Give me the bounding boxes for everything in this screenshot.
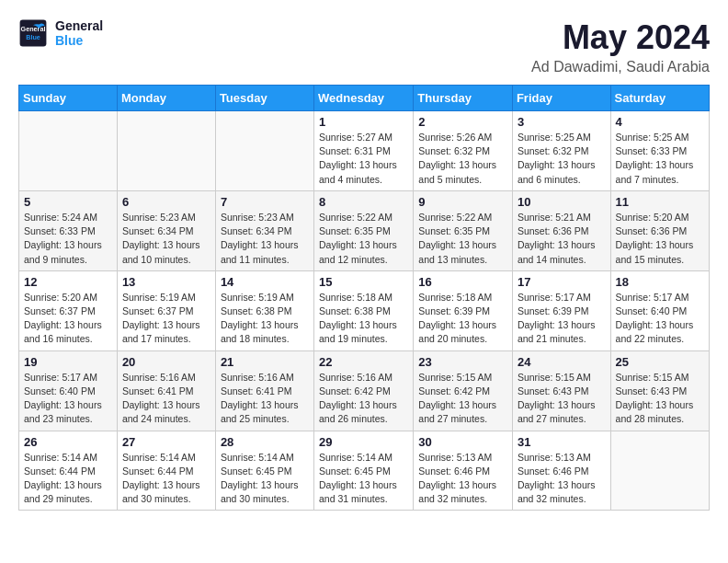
month-title: May 2024 [531,18,710,57]
day-info: Sunrise: 5:16 AMSunset: 6:41 PMDaylight:… [122,371,210,427]
day-cell: 9Sunrise: 5:22 AMSunset: 6:35 PMDaylight… [414,190,513,270]
day-cell [19,111,118,191]
day-info: Sunrise: 5:15 AMSunset: 6:42 PMDaylight:… [418,371,507,427]
day-info: Sunrise: 5:23 AMSunset: 6:34 PMDaylight:… [221,211,309,267]
day-cell: 23Sunrise: 5:15 AMSunset: 6:42 PMDayligh… [414,350,513,431]
day-number: 24 [518,355,606,369]
day-number: 6 [122,195,210,209]
day-cell: 28Sunrise: 5:14 AMSunset: 6:45 PMDayligh… [215,431,313,511]
day-cell: 22Sunrise: 5:16 AMSunset: 6:42 PMDayligh… [314,350,414,431]
day-cell: 19Sunrise: 5:17 AMSunset: 6:40 PMDayligh… [19,350,118,431]
day-cell: 2Sunrise: 5:26 AMSunset: 6:32 PMDaylight… [414,111,513,191]
day-info: Sunrise: 5:18 AMSunset: 6:38 PMDaylight:… [319,291,408,347]
day-info: Sunrise: 5:13 AMSunset: 6:46 PMDaylight:… [518,451,606,507]
day-info: Sunrise: 5:19 AMSunset: 6:37 PMDaylight:… [122,291,210,347]
day-info: Sunrise: 5:15 AMSunset: 6:43 PMDaylight:… [616,371,704,427]
day-info: Sunrise: 5:22 AMSunset: 6:35 PMDaylight:… [319,211,408,267]
day-info: Sunrise: 5:25 AMSunset: 6:33 PMDaylight:… [616,131,704,187]
day-number: 30 [418,435,507,449]
week-row-5: 26Sunrise: 5:14 AMSunset: 6:44 PMDayligh… [19,431,710,511]
day-number: 20 [122,355,210,369]
day-info: Sunrise: 5:20 AMSunset: 6:36 PMDaylight:… [616,211,704,267]
day-number: 13 [122,275,210,289]
day-cell: 16Sunrise: 5:18 AMSunset: 6:39 PMDayligh… [414,270,513,350]
day-info: Sunrise: 5:24 AMSunset: 6:33 PMDaylight:… [24,211,112,267]
weekday-header-monday: Monday [117,86,215,111]
day-info: Sunrise: 5:21 AMSunset: 6:36 PMDaylight:… [518,211,606,267]
day-number: 25 [616,355,704,369]
day-number: 3 [518,115,606,129]
day-cell: 10Sunrise: 5:21 AMSunset: 6:36 PMDayligh… [512,190,610,270]
day-cell: 4Sunrise: 5:25 AMSunset: 6:33 PMDaylight… [610,111,709,191]
day-info: Sunrise: 5:14 AMSunset: 6:44 PMDaylight:… [24,451,112,507]
day-number: 21 [221,355,309,369]
weekday-header-friday: Friday [512,86,610,111]
day-cell: 15Sunrise: 5:18 AMSunset: 6:38 PMDayligh… [314,270,414,350]
day-number: 16 [418,275,507,289]
day-cell: 17Sunrise: 5:17 AMSunset: 6:39 PMDayligh… [512,270,610,350]
day-number: 18 [616,275,704,289]
day-cell [610,431,709,511]
day-cell: 30Sunrise: 5:13 AMSunset: 6:46 PMDayligh… [414,431,513,511]
day-info: Sunrise: 5:17 AMSunset: 6:40 PMDaylight:… [616,291,704,347]
day-info: Sunrise: 5:27 AMSunset: 6:31 PMDaylight:… [319,131,408,187]
day-info: Sunrise: 5:23 AMSunset: 6:34 PMDaylight:… [122,211,210,267]
day-cell: 3Sunrise: 5:25 AMSunset: 6:32 PMDaylight… [512,111,610,191]
day-number: 26 [24,435,112,449]
day-number: 4 [616,115,704,129]
logo-text: GeneralBlue [55,18,103,48]
week-row-1: 1Sunrise: 5:27 AMSunset: 6:31 PMDaylight… [19,111,710,191]
page-header: General Blue GeneralBlue May 2024 Ad Daw… [18,18,710,75]
day-cell: 31Sunrise: 5:13 AMSunset: 6:46 PMDayligh… [512,431,610,511]
day-number: 15 [319,275,408,289]
day-info: Sunrise: 5:14 AMSunset: 6:45 PMDaylight:… [221,451,309,507]
day-cell: 24Sunrise: 5:15 AMSunset: 6:43 PMDayligh… [512,350,610,431]
day-cell: 11Sunrise: 5:20 AMSunset: 6:36 PMDayligh… [610,190,709,270]
day-cell: 1Sunrise: 5:27 AMSunset: 6:31 PMDaylight… [314,111,414,191]
day-cell: 7Sunrise: 5:23 AMSunset: 6:34 PMDaylight… [215,190,313,270]
day-cell: 13Sunrise: 5:19 AMSunset: 6:37 PMDayligh… [117,270,215,350]
day-cell: 12Sunrise: 5:20 AMSunset: 6:37 PMDayligh… [19,270,118,350]
logo: General Blue GeneralBlue [18,18,103,48]
day-number: 9 [418,195,507,209]
day-info: Sunrise: 5:17 AMSunset: 6:39 PMDaylight:… [518,291,606,347]
day-number: 5 [24,195,112,209]
day-info: Sunrise: 5:20 AMSunset: 6:37 PMDaylight:… [24,291,112,347]
day-cell: 18Sunrise: 5:17 AMSunset: 6:40 PMDayligh… [610,270,709,350]
day-info: Sunrise: 5:13 AMSunset: 6:46 PMDaylight:… [418,451,507,507]
day-number: 10 [518,195,606,209]
title-block: May 2024 Ad Dawadimi, Saudi Arabia [531,18,710,75]
day-info: Sunrise: 5:16 AMSunset: 6:41 PMDaylight:… [221,371,309,427]
day-number: 31 [518,435,606,449]
logo-icon: General Blue [18,18,48,48]
day-cell [215,111,313,191]
day-info: Sunrise: 5:16 AMSunset: 6:42 PMDaylight:… [319,371,408,427]
day-number: 11 [616,195,704,209]
day-cell: 14Sunrise: 5:19 AMSunset: 6:38 PMDayligh… [215,270,313,350]
day-info: Sunrise: 5:22 AMSunset: 6:35 PMDaylight:… [418,211,507,267]
day-cell [117,111,215,191]
day-cell: 21Sunrise: 5:16 AMSunset: 6:41 PMDayligh… [215,350,313,431]
day-number: 12 [24,275,112,289]
day-info: Sunrise: 5:15 AMSunset: 6:43 PMDaylight:… [518,371,606,427]
day-cell: 26Sunrise: 5:14 AMSunset: 6:44 PMDayligh… [19,431,118,511]
day-number: 19 [24,355,112,369]
svg-text:General: General [21,25,46,33]
day-cell: 29Sunrise: 5:14 AMSunset: 6:45 PMDayligh… [314,431,414,511]
day-number: 14 [221,275,309,289]
location-title: Ad Dawadimi, Saudi Arabia [531,59,710,75]
day-cell: 27Sunrise: 5:14 AMSunset: 6:44 PMDayligh… [117,431,215,511]
weekday-header-wednesday: Wednesday [314,86,414,111]
day-info: Sunrise: 5:14 AMSunset: 6:44 PMDaylight:… [122,451,210,507]
day-number: 7 [221,195,309,209]
day-cell: 6Sunrise: 5:23 AMSunset: 6:34 PMDaylight… [117,190,215,270]
week-row-2: 5Sunrise: 5:24 AMSunset: 6:33 PMDaylight… [19,190,710,270]
week-row-4: 19Sunrise: 5:17 AMSunset: 6:40 PMDayligh… [19,350,710,431]
day-info: Sunrise: 5:17 AMSunset: 6:40 PMDaylight:… [24,371,112,427]
day-number: 27 [122,435,210,449]
weekday-header-sunday: Sunday [19,86,118,111]
day-number: 23 [418,355,507,369]
day-cell: 8Sunrise: 5:22 AMSunset: 6:35 PMDaylight… [314,190,414,270]
day-cell: 5Sunrise: 5:24 AMSunset: 6:33 PMDaylight… [19,190,118,270]
svg-text:Blue: Blue [26,33,40,41]
